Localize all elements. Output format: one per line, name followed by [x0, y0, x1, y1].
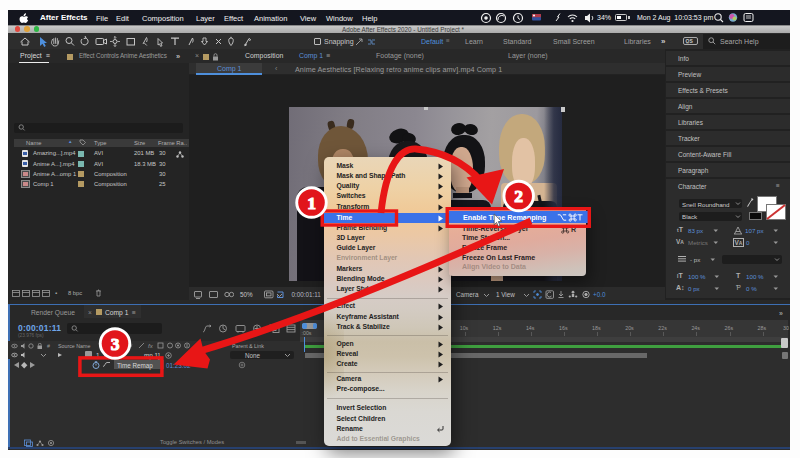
svg-text:2: 2 — [514, 186, 523, 206]
svg-text:1: 1 — [307, 193, 316, 213]
svg-text:3: 3 — [111, 334, 120, 354]
